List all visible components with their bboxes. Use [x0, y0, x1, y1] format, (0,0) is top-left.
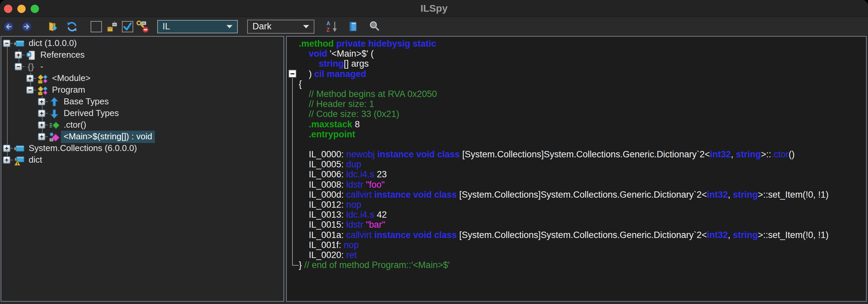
tree-indent-guide	[13, 84, 25, 96]
tree-connector: −	[1, 38, 13, 49]
library-button[interactable]	[347, 21, 359, 33]
tree-item-label[interactable]: System.Collections (6.0.0.0)	[26, 142, 140, 155]
search-button[interactable]	[368, 20, 381, 33]
sort-assemblies-button[interactable]: AZ	[326, 20, 339, 33]
tree-indent-guide	[1, 96, 13, 108]
tree-connector: +	[13, 49, 25, 61]
forward-button[interactable]	[21, 21, 32, 32]
tree-item[interactable]: +<Module>	[1, 73, 283, 84]
tree-item[interactable]: −{}-	[1, 61, 283, 73]
theme-select-value: Dark	[248, 21, 272, 32]
expand-expander[interactable]: +	[14, 51, 22, 59]
tree-connector: +	[36, 108, 48, 119]
tree-item[interactable]: +<Main>$(string[]) : void	[1, 131, 283, 143]
expand-expander[interactable]: +	[26, 75, 34, 82]
sort-az-icon: AZ	[326, 20, 339, 33]
code-line: IL_0000: newobj instance void class [Sys…	[299, 149, 865, 159]
collapse-expander[interactable]: −	[14, 63, 22, 70]
expand-expander[interactable]: +	[3, 156, 10, 164]
expand-expander[interactable]: +	[38, 110, 45, 117]
code-line: {	[299, 79, 865, 89]
refresh-button[interactable]	[66, 21, 78, 33]
tree-indent-guide	[13, 119, 25, 131]
back-button[interactable]	[3, 21, 14, 32]
class-icon	[36, 73, 49, 84]
base-types-icon	[48, 96, 60, 108]
code-line: IL_000d: callvirt instance void class [S…	[299, 190, 865, 200]
code-line: IL_0012: nop	[299, 200, 865, 210]
svg-text:Z: Z	[327, 27, 330, 33]
internal-types-icon	[106, 20, 119, 33]
tree-item[interactable]: −Program	[1, 84, 283, 96]
code-line: ) cil managed	[299, 69, 865, 79]
tree-indent-guide	[25, 108, 36, 119]
forward-arrow-icon	[21, 21, 32, 32]
collapse-expander[interactable]: −	[3, 40, 10, 47]
tree-connector: +	[36, 131, 48, 143]
tree-item-label[interactable]: <Module>	[49, 72, 93, 85]
chevron-down-icon	[226, 25, 232, 28]
tree-connector: +	[1, 154, 13, 166]
expand-expander[interactable]: +	[38, 98, 45, 105]
open-file-button[interactable]	[46, 21, 59, 33]
code-line: IL_0008: ldstr "foo"	[299, 180, 865, 190]
tree-indent-guide	[1, 119, 13, 131]
collapse-expander[interactable]: −	[26, 86, 34, 94]
chevron-down-icon	[303, 25, 309, 28]
code-line: IL_0015: ldstr "bar"	[299, 220, 865, 230]
code-line: // Code size: 33 (0x21)	[299, 109, 865, 119]
tree-connector: +	[36, 119, 48, 131]
code-fold-toggle[interactable]	[288, 70, 297, 78]
tree-item-label[interactable]: <Main>$(string[]) : void	[61, 131, 155, 143]
code-line: string[] args	[299, 59, 865, 69]
assembly-icon	[13, 143, 25, 154]
derived-types-icon	[48, 108, 60, 119]
language-select-value: IL	[158, 21, 170, 32]
namespace-icon: {}	[25, 61, 37, 73]
toolbar: ILDarkAZ	[0, 17, 868, 36]
assembly-tree-panel: −dict (1.0.0.0)+References−{}-+<Module>−…	[1, 36, 284, 302]
tree-item[interactable]: +Derived Types	[1, 108, 283, 119]
tree-item-label[interactable]: References	[38, 49, 87, 61]
tree-item[interactable]: +Base Types	[1, 96, 283, 108]
private-members-key-icon	[135, 19, 150, 34]
titlebar: ILSpy	[0, 0, 868, 17]
content-area: −dict (1.0.0.0)+References−{}-+<Module>−…	[0, 36, 868, 304]
tree-connector: +	[1, 143, 13, 154]
code-line: IL_001a: callvirt instance void class [S…	[299, 230, 865, 240]
tree-item-label[interactable]: -	[38, 61, 46, 73]
assembly-warning-icon	[13, 154, 25, 166]
expand-expander[interactable]: +	[3, 145, 10, 152]
tree-item-label[interactable]: Derived Types	[61, 107, 122, 120]
code-line: IL_0020: ret	[299, 250, 865, 260]
expand-expander[interactable]: +	[38, 121, 45, 129]
tree-item-label[interactable]: Base Types	[61, 96, 111, 108]
code-line: void '<Main>$' (	[299, 49, 865, 59]
tree-connector: +	[25, 73, 36, 84]
code-line: IL_001f: nop	[299, 240, 865, 250]
theme-select[interactable]: Dark	[247, 20, 314, 34]
tree-item[interactable]: +dict	[1, 154, 283, 166]
code-line: IL_0006: ldc.i4.s 23	[299, 169, 865, 179]
tree-item-label[interactable]: Program	[49, 84, 88, 96]
language-select[interactable]: IL	[157, 20, 238, 33]
code-line: // Method begins at RVA 0x2050	[299, 89, 865, 99]
tree-item[interactable]: −dict (1.0.0.0)	[1, 38, 283, 49]
show-internal-types-checkbox[interactable]	[91, 21, 102, 32]
tree-item[interactable]: +References	[1, 49, 283, 61]
tree-item-label[interactable]: dict	[26, 154, 44, 166]
tree-item[interactable]: +System.Collections (6.0.0.0)	[1, 143, 283, 154]
open-file-icon	[46, 21, 59, 33]
expand-expander[interactable]: +	[38, 133, 45, 140]
show-private-members-checkbox[interactable]	[122, 21, 133, 32]
tree-indent-guide	[13, 108, 25, 119]
tree-item[interactable]: +.ctor()	[1, 119, 283, 131]
method-main-icon	[48, 131, 60, 143]
tree-indent-guide	[1, 131, 13, 143]
code-line	[299, 139, 865, 149]
method-ctor-icon	[48, 119, 60, 131]
refresh-icon	[66, 21, 78, 33]
tree-item-label[interactable]: .ctor()	[61, 119, 89, 131]
tree-item-label[interactable]: dict (1.0.0.0)	[26, 37, 80, 50]
library-icon	[347, 21, 359, 33]
